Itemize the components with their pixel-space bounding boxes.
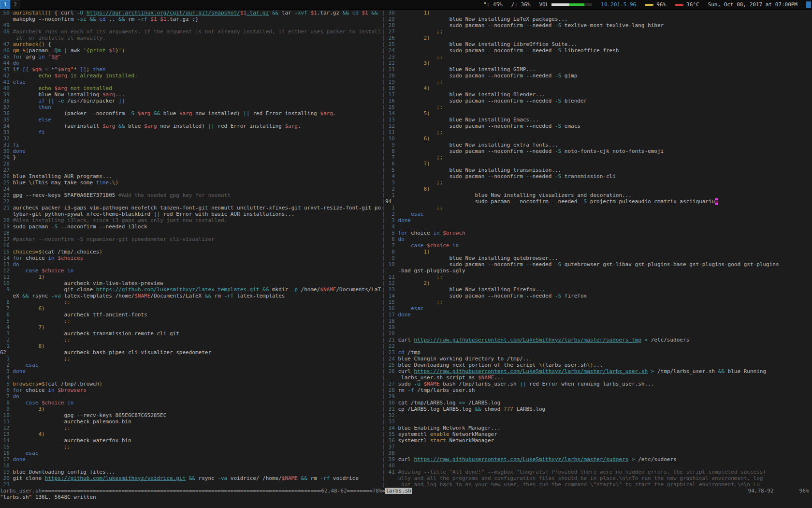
code-line[interactable]: 9 blue Now installing extra fonts... bbox=[385, 142, 812, 148]
code-line[interactable]: 8 1) bbox=[385, 249, 812, 255]
code-line[interactable]: 9 blue Now installing qutebrowser... bbox=[385, 255, 812, 261]
code-line[interactable]: 18 4) bbox=[385, 85, 812, 91]
code-line[interactable]: 23gpg --recv-keys 5FAF0A6EE7371805 #Add … bbox=[0, 192, 382, 198]
code-line[interactable]: 42 echo $arg is already installed. bbox=[0, 73, 382, 79]
code-line[interactable]: 24blue Changin working directory to /tmp… bbox=[385, 356, 812, 362]
code-line[interactable]: 50aurinstall() { curl -O https://aur.arc… bbox=[0, 10, 382, 16]
code-line[interactable]: 48#aurcheck runs on each of its argument… bbox=[0, 29, 382, 35]
code-line[interactable]: 22 3) bbox=[385, 60, 812, 66]
code-line[interactable]: 40 echo $arg not installed bbox=[0, 85, 382, 91]
code-line[interactable]: 34 (aurinstall $arg && blue $arg now ins… bbox=[0, 123, 382, 129]
code-line[interactable]: 4 bbox=[0, 374, 382, 381]
code-line[interactable]: 39 blue Now installing $arg... bbox=[0, 91, 382, 98]
code-line[interactable]: 11 ;; bbox=[385, 274, 812, 280]
code-line[interactable]: 38 bbox=[385, 450, 812, 456]
code-line[interactable]: 21aurcheck packer i3-gaps vim-pathogen n… bbox=[0, 205, 382, 211]
code-line[interactable]: 34blue Enabling Network Manager... bbox=[385, 425, 812, 431]
code-line[interactable]: 49 bbox=[0, 22, 382, 29]
code-line[interactable]: 2 ;; bbox=[0, 337, 382, 343]
code-line[interactable]: 35 else bbox=[0, 117, 382, 123]
code-line[interactable]: 30done bbox=[0, 148, 382, 154]
code-line[interactable]: 32 bbox=[385, 412, 812, 418]
code-line[interactable]: makepkg --noconfirm -si && cd .. && rm -… bbox=[0, 16, 382, 22]
code-line[interactable]: 17done bbox=[385, 312, 812, 318]
code-line[interactable]: 1 8) bbox=[0, 343, 382, 349]
code-line[interactable]: 18 bbox=[385, 318, 812, 324]
code-line[interactable]: 15 ;; bbox=[385, 104, 812, 110]
code-line[interactable]: 6for choice in $browsers bbox=[0, 387, 382, 393]
code-line[interactable]: 14 sudo pacman --noconfirm --needed -S f… bbox=[385, 293, 812, 299]
code-line[interactable]: 36systemctl start NetworkManager bbox=[385, 437, 812, 444]
code-line[interactable]: 20git clone https://github.com/lukesmith… bbox=[0, 475, 382, 481]
code-line[interactable]: 2 8) bbox=[385, 186, 812, 192]
code-line[interactable]: 13do bbox=[0, 261, 382, 268]
code-line[interactable]: 3 ;; bbox=[385, 179, 812, 186]
code-line[interactable]: 27sudo -u $NAME bash /tmp/larbs_user.sh … bbox=[385, 381, 812, 387]
code-line[interactable]: 19blue Downloading config files... bbox=[0, 469, 382, 475]
code-line[interactable]: 12 2) bbox=[385, 280, 812, 286]
code-line[interactable]: 18 bbox=[0, 230, 382, 236]
code-line[interactable]: 11 ;; bbox=[385, 129, 812, 135]
code-line[interactable]: 40 bbox=[385, 463, 812, 469]
code-line[interactable]: 20 bbox=[385, 330, 812, 337]
code-line[interactable]: 31fi bbox=[0, 142, 382, 148]
code-line[interactable]: 21 blue Now installing GIMP... bbox=[385, 66, 812, 73]
code-line[interactable]: 41#dialog --title "All done!" --msgbox "… bbox=[385, 469, 812, 475]
code-line[interactable]: 1 ;; bbox=[385, 205, 812, 211]
volume-slider[interactable]: VOL bbox=[539, 1, 592, 8]
code-line[interactable]: 47aurcheck() { bbox=[0, 41, 382, 47]
code-line[interactable]: 17done bbox=[0, 456, 382, 463]
code-line[interactable]: 1 ;; bbox=[0, 356, 382, 362]
code-line[interactable]: 3 aurcheck transmission-remote-cli-git bbox=[0, 330, 382, 337]
code-line[interactable]: 19 ;; bbox=[385, 79, 812, 85]
code-line[interactable]: 2 esac bbox=[385, 211, 812, 217]
code-line[interactable]: 25blue Downloading next portion of the s… bbox=[385, 362, 812, 368]
code-line[interactable]: 19 bbox=[385, 324, 812, 330]
code-line[interactable]: 43if [[ $qm = *"$arg"* ]]; then bbox=[0, 66, 382, 73]
code-line[interactable]: 29 bbox=[385, 393, 812, 400]
code-line[interactable]: 21curl https://raw.githubusercontent.com… bbox=[385, 337, 812, 343]
code-line[interactable]: 37 bbox=[385, 444, 812, 450]
code-line[interactable]: 24 sudo pacman --noconfirm --needed -S l… bbox=[385, 47, 812, 54]
split-separator[interactable]: ||||||||||||||||||||||||||||||||||||||||… bbox=[382, 10, 385, 488]
code-line[interactable]: 27 ;; bbox=[385, 29, 812, 35]
code-line[interactable]: 5 ;; bbox=[0, 318, 382, 324]
code-line[interactable]: 8 case $choice in bbox=[0, 400, 382, 406]
code-line[interactable]: 20 sudo pacman --noconfirm --needed -S g… bbox=[385, 73, 812, 79]
code-line[interactable]: 10 sudo pacman --noconfirm --needed -S q… bbox=[385, 261, 812, 268]
code-line[interactable]: 15 ;; bbox=[0, 444, 382, 450]
code-line[interactable]: 5 blue Now installing transmission... bbox=[385, 167, 812, 173]
code-line[interactable]: 2 esac bbox=[0, 362, 382, 368]
code-line[interactable]: 6do bbox=[385, 236, 812, 242]
workspace-2[interactable]: 2 bbox=[10, 0, 20, 9]
code-line[interactable]: 29 blue Now installing LaTeX packages... bbox=[385, 16, 812, 22]
code-line[interactable]: 3done bbox=[385, 217, 812, 224]
workspace-1[interactable]: 1 bbox=[0, 0, 10, 9]
code-line[interactable]: 33 fi bbox=[0, 129, 382, 135]
code-line[interactable]: 36 (packer --noconfirm -S $arg && blue $… bbox=[0, 110, 382, 117]
code-line[interactable]: 11 1) bbox=[0, 274, 382, 280]
code-line[interactable]: out and log back in as your new user, th… bbox=[385, 481, 812, 488]
code-line[interactable]: 37 then bbox=[0, 104, 382, 110]
code-line[interactable]: 13 blue Now installing Emacs... bbox=[385, 117, 812, 123]
code-line[interactable]: 14 aurcheck waterfox-bin bbox=[0, 437, 382, 444]
code-line[interactable]: 62 aurcheck bash-pipes cli-visualizer sp… bbox=[0, 349, 382, 356]
code-line[interactable]: 30cat /tmp/LARBS.log >> /LARBS.log bbox=[385, 400, 812, 406]
code-line[interactable]: 5for choice in $browch bbox=[385, 230, 812, 236]
code-line[interactable]: 9 git clone https://github.com/lukesmith… bbox=[0, 286, 382, 293]
code-line[interactable]: 8 sudo pacman --noconfirm --needed -S no… bbox=[385, 148, 812, 154]
code-line[interactable]: 26 2) bbox=[385, 35, 812, 41]
code-line[interactable]: 29} bbox=[0, 154, 382, 161]
code-line[interactable]: 27 bbox=[0, 167, 382, 173]
code-line[interactable]: 28rm -f /tmp/larbs_user.sh bbox=[385, 387, 812, 393]
code-line[interactable]: 14for choice in $choices bbox=[0, 255, 382, 261]
code-line[interactable]: eX && rsync -va latex-templates /home/$N… bbox=[0, 293, 382, 299]
code-line[interactable]: 7 6) bbox=[0, 305, 382, 312]
code-line[interactable]: 7do bbox=[0, 393, 382, 400]
code-line[interactable]: 19sudo pacman -S --noconfirm --needed i3… bbox=[0, 224, 382, 230]
code-line[interactable]: 22 bbox=[385, 343, 812, 349]
code-line[interactable]: 10 gpg --recv-keys 865E6C87C65285EC bbox=[0, 412, 382, 418]
code-line[interactable]: 46qm=$(pacman -Qm | awk '{print $1}') bbox=[0, 47, 382, 54]
code-line[interactable]: 20#Also installing i3lock, since i3-gaps… bbox=[0, 217, 382, 224]
code-line[interactable]: ully and all the programs and configurat… bbox=[385, 475, 812, 481]
